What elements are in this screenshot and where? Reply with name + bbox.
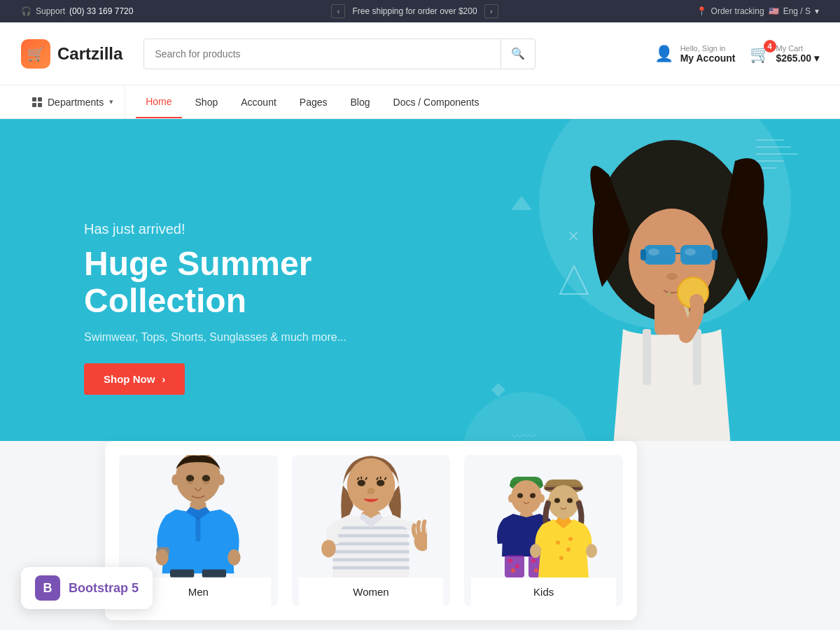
svg-rect-52 <box>332 559 410 562</box>
svg-point-22 <box>648 248 659 255</box>
hero-person-svg <box>420 119 840 497</box>
nav-home[interactable]: Home <box>136 85 181 118</box>
category-women[interactable]: Women <box>292 455 451 606</box>
my-account-label[interactable]: My Account <box>680 52 736 64</box>
logo-text: Cartzilla <box>57 44 122 64</box>
svg-rect-17 <box>644 245 676 265</box>
svg-rect-18 <box>680 245 712 265</box>
search-input[interactable] <box>144 48 500 59</box>
support-phone[interactable]: (00) 33 169 7720 <box>69 6 133 16</box>
svg-point-34 <box>186 475 194 482</box>
cart-text: My Cart $265.00 ▾ <box>776 44 820 64</box>
shop-now-label: Shop Now <box>104 373 155 385</box>
search-icon: 🔍 <box>511 48 525 59</box>
cart-label: My Cart <box>776 44 820 52</box>
svg-rect-21 <box>712 249 718 260</box>
hero-title: Huge Summer Collection <box>84 246 420 320</box>
svg-point-84 <box>586 544 597 558</box>
promo-banner: ‹ Free shipping for order over $200 › <box>331 4 498 18</box>
svg-point-72 <box>534 568 538 573</box>
hello-text: Hello, Sign in <box>680 44 736 52</box>
svg-rect-51 <box>332 550 410 554</box>
chevron-down-icon: ▾ <box>815 6 819 16</box>
svg-point-39 <box>156 550 169 566</box>
arrow-right-icon: › <box>162 373 165 385</box>
svg-point-68 <box>515 564 519 568</box>
bootstrap-label: Bootstrap 5 <box>69 581 139 596</box>
kids-image <box>488 465 600 578</box>
order-tracking-link[interactable]: Order tracking <box>711 6 764 16</box>
support-section: 🎧 Support (00) 33 169 7720 <box>21 6 133 16</box>
svg-point-31 <box>217 475 225 486</box>
nav-blog[interactable]: Blog <box>341 85 380 118</box>
cart-icon-wrap: 🛒 4 <box>750 44 771 64</box>
nav-pages[interactable]: Pages <box>290 85 337 118</box>
svg-point-44 <box>358 480 365 486</box>
women-image <box>315 465 427 578</box>
cart-section[interactable]: 🛒 4 My Cart $265.00 ▾ <box>750 44 820 64</box>
svg-point-70 <box>531 559 536 563</box>
language-selector[interactable]: Eng / S <box>783 6 811 16</box>
men-image <box>142 465 254 578</box>
svg-point-54 <box>321 540 336 557</box>
kids-svg <box>488 465 600 578</box>
promo-prev-button[interactable]: ‹ <box>331 4 345 18</box>
cart-logo-icon: 🛒 <box>27 46 45 62</box>
svg-point-87 <box>559 556 564 560</box>
svg-point-28 <box>667 292 671 296</box>
svg-rect-65 <box>505 555 524 578</box>
svg-rect-53 <box>332 566 410 570</box>
svg-point-79 <box>567 498 573 503</box>
support-label: Support <box>36 6 65 16</box>
category-kids[interactable]: Kids <box>464 455 623 606</box>
departments-menu[interactable]: Departments ▾ <box>21 85 125 118</box>
search-button[interactable]: 🔍 <box>500 39 535 69</box>
promo-next-button[interactable]: › <box>484 4 498 18</box>
svg-point-35 <box>202 475 210 482</box>
shop-now-button[interactable]: Shop Now › <box>84 363 185 395</box>
cart-badge: 4 <box>764 40 776 52</box>
hero-content: Has just arrived! Huge Summer Collection… <box>0 221 420 395</box>
svg-point-61 <box>530 493 536 498</box>
hero-image <box>420 119 840 497</box>
svg-rect-50 <box>332 542 410 546</box>
account-text: Hello, Sign in My Account <box>680 44 736 64</box>
svg-point-46 <box>367 488 374 494</box>
svg-point-85 <box>556 540 560 545</box>
logo-icon: 🛒 <box>21 39 50 69</box>
svg-point-69 <box>511 568 515 573</box>
nav-docs[interactable]: Docs / Components <box>384 85 489 118</box>
svg-rect-14 <box>643 329 651 385</box>
svg-point-63 <box>539 494 545 503</box>
headset-icon: 🎧 <box>21 6 31 16</box>
svg-point-62 <box>508 494 514 503</box>
svg-rect-49 <box>332 534 410 538</box>
flag-icon: 🇺🇸 <box>769 6 779 16</box>
women-label: Women <box>299 578 444 606</box>
user-icon: 👤 <box>654 45 673 63</box>
nav-shop[interactable]: Shop <box>186 85 228 118</box>
svg-point-24 <box>666 273 678 280</box>
svg-point-83 <box>530 544 541 558</box>
categories-card: Men <box>105 441 637 620</box>
cart-amount: $265.00 ▾ <box>776 52 820 64</box>
svg-rect-20 <box>640 249 646 260</box>
svg-point-77 <box>548 485 579 519</box>
location-icon: 📍 <box>696 6 707 16</box>
svg-point-43 <box>347 458 396 513</box>
account-section[interactable]: 👤 Hello, Sign in My Account <box>654 44 736 64</box>
hero-section: ✕ 〰〰 <box>0 119 840 497</box>
nav-account[interactable]: Account <box>231 85 286 118</box>
departments-label: Departments <box>48 97 104 108</box>
svg-rect-41 <box>170 570 194 578</box>
svg-point-60 <box>517 493 523 498</box>
logo[interactable]: 🛒 Cartzilla <box>21 39 122 69</box>
header: 🛒 Cartzilla 🔍 👤 Hello, Sign in My Accoun… <box>0 22 840 85</box>
svg-point-86 <box>566 547 570 552</box>
top-bar: 🎧 Support (00) 33 169 7720 ‹ Free shippi… <box>0 0 840 22</box>
svg-rect-15 <box>693 329 701 385</box>
bootstrap-icon: B <box>35 575 60 601</box>
woman-svg <box>315 455 427 578</box>
svg-rect-42 <box>202 570 226 578</box>
top-bar-right: 📍 Order tracking 🇺🇸 Eng / S ▾ <box>696 6 819 16</box>
